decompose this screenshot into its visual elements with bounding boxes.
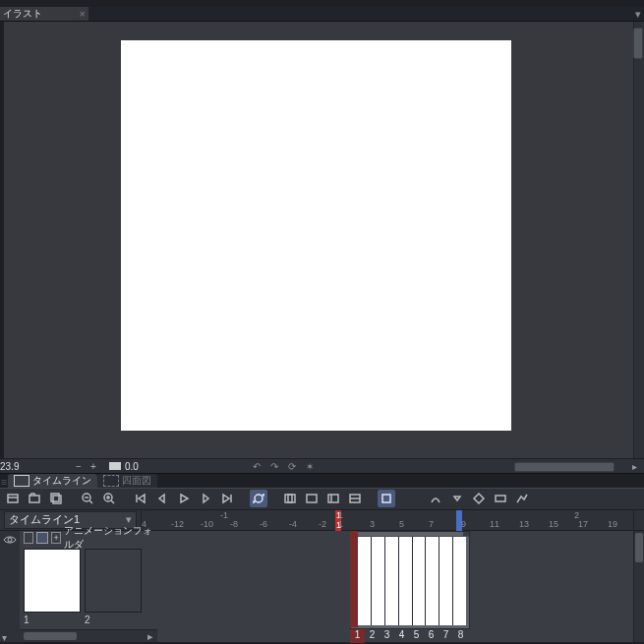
- frame-number: 4: [394, 629, 409, 643]
- tab-list-dropdown[interactable]: ▾: [632, 7, 644, 21]
- collapse-icon[interactable]: ▾: [2, 632, 12, 643]
- ruler-tick: 4: [142, 510, 146, 531]
- cel-spec-button[interactable]: [346, 490, 364, 507]
- rotation-value[interactable]: 0.0: [125, 459, 174, 473]
- ruler-tick: -4: [289, 510, 297, 531]
- cel-frame[interactable]: [372, 537, 385, 625]
- animation-folder-row[interactable]: + アニメーションフォルダ: [20, 531, 157, 545]
- ruler-tick: 7: [429, 510, 434, 531]
- track-vertical-scrollbar[interactable]: [633, 531, 644, 642]
- four-view-icon: [103, 475, 119, 487]
- close-icon[interactable]: ×: [80, 8, 86, 20]
- cel-frame[interactable]: [399, 537, 413, 625]
- panel-grip-icon[interactable]: ≡: [0, 476, 8, 488]
- clip-start-handle[interactable]: [350, 531, 358, 627]
- folder-icon: [36, 532, 48, 544]
- chevron-down-icon: ▾: [635, 8, 641, 21]
- canvas[interactable]: [121, 40, 511, 431]
- rotate-left-icon[interactable]: ↶: [253, 461, 261, 472]
- cel-strip: [358, 537, 466, 625]
- document-tab[interactable]: イラスト ×: [0, 7, 88, 21]
- panel-tab-bar: ≡ タイムライン 四面図: [0, 474, 644, 488]
- cel-frame[interactable]: [453, 537, 466, 625]
- frame-number-row: 12345678: [350, 629, 468, 643]
- ruler-tick: 5: [399, 510, 404, 531]
- zoom-in-button[interactable]: +: [90, 459, 105, 473]
- folder-checkbox[interactable]: [24, 532, 33, 544]
- horizontal-scrollbar[interactable]: [318, 461, 628, 471]
- ruler-tick: -12: [171, 510, 184, 531]
- svg-point-21: [8, 538, 12, 542]
- play-button[interactable]: [175, 490, 193, 507]
- frame-number: 7: [439, 629, 453, 643]
- canvas-viewport[interactable]: [0, 21, 644, 458]
- cel-number: 2: [85, 613, 142, 625]
- next-frame-button[interactable]: [197, 490, 214, 507]
- scrollbar-thumb[interactable]: [633, 28, 643, 59]
- vertical-scrollbar[interactable]: [633, 22, 644, 458]
- new-cel-button[interactable]: [47, 490, 65, 507]
- display-quality-icon[interactable]: ✶: [306, 461, 314, 472]
- loop-button[interactable]: [250, 490, 267, 507]
- frame-ruler[interactable]: 1 1 4-12-10-8-6-4-2135791113151719-112: [141, 510, 633, 531]
- cel-thumbnail-row: 1 2: [20, 545, 157, 629]
- tab-four-view[interactable]: 四面図: [97, 474, 157, 488]
- ruler-tick: 9: [461, 510, 466, 531]
- expand-icon[interactable]: +: [51, 532, 61, 544]
- go-start-button[interactable]: [132, 490, 149, 507]
- ruler-tick: -8: [230, 510, 238, 531]
- new-folder-button[interactable]: [26, 490, 43, 507]
- reset-rotation-icon[interactable]: ⟳: [288, 461, 296, 472]
- track-header-column: + アニメーションフォルダ 1 2 ▸: [20, 531, 157, 642]
- track-area: ▾ + アニメーションフォルダ 1 2 ▸: [0, 530, 644, 642]
- new-timeline-button[interactable]: [4, 490, 22, 507]
- scrollbar-thumb[interactable]: [635, 533, 643, 562]
- clip-edit-button[interactable]: [324, 490, 342, 507]
- zoom-value[interactable]: 23.9: [0, 459, 76, 473]
- cel-frame[interactable]: [413, 537, 427, 625]
- zoom-in-timeline-button[interactable]: [100, 490, 118, 507]
- fit-screen-button[interactable]: [109, 462, 121, 470]
- visibility-icon[interactable]: [3, 535, 17, 545]
- scroll-right-button[interactable]: ▸: [632, 459, 644, 473]
- svg-rect-15: [328, 495, 338, 502]
- timeline-icon: [14, 475, 29, 487]
- onion-skin-button[interactable]: [281, 490, 299, 507]
- tab-timeline[interactable]: タイムライン: [8, 474, 97, 488]
- scrollbar-thumb[interactable]: [514, 462, 615, 472]
- svg-rect-14: [307, 495, 317, 502]
- cel-frame[interactable]: [358, 537, 372, 625]
- canvas-status-bar: 23.9 − + 0.0 ↶ ↷ ⟳ ✶ ▸: [0, 458, 644, 473]
- cel-thumbnail[interactable]: 2: [85, 549, 142, 625]
- ruler-tick: 11: [490, 510, 499, 531]
- cel-frame[interactable]: [426, 537, 439, 625]
- go-end-button[interactable]: [218, 490, 236, 507]
- show-thumbnails-button[interactable]: [378, 490, 395, 507]
- keyframe-dropdown[interactable]: [448, 490, 466, 507]
- onion-settings-button[interactable]: [303, 490, 321, 507]
- ruler-tick: 17: [578, 510, 588, 531]
- frame-number: 8: [453, 629, 468, 643]
- scroll-right-icon[interactable]: ▸: [146, 630, 155, 643]
- zoom-out-timeline-button[interactable]: [79, 490, 96, 507]
- zoom-out-button[interactable]: −: [76, 459, 90, 473]
- cel-scrollbar[interactable]: ▸: [20, 629, 157, 642]
- graph-editor-button[interactable]: [492, 490, 509, 507]
- ruler-tick: 3: [370, 510, 375, 531]
- cel-frame[interactable]: [439, 537, 453, 625]
- interpolation-button[interactable]: [513, 490, 531, 507]
- cel-number: 1: [24, 613, 81, 625]
- cel-thumbnail[interactable]: 1: [24, 549, 81, 625]
- document-tab-bar: イラスト × ▾: [0, 7, 644, 21]
- svg-line-9: [111, 500, 114, 503]
- add-keyframe-button[interactable]: [470, 490, 488, 507]
- cel-frame[interactable]: [385, 537, 399, 625]
- rotate-right-icon[interactable]: ↷: [270, 461, 278, 472]
- prev-frame-button[interactable]: [153, 490, 171, 507]
- tab-label: タイムライン: [32, 474, 91, 488]
- keyframe-tool-button[interactable]: [427, 490, 444, 507]
- track-content[interactable]: 12345678: [157, 531, 644, 642]
- svg-rect-4: [53, 496, 61, 503]
- timeline-toolbar: [0, 488, 644, 509]
- scrollbar-thumb[interactable]: [24, 632, 77, 640]
